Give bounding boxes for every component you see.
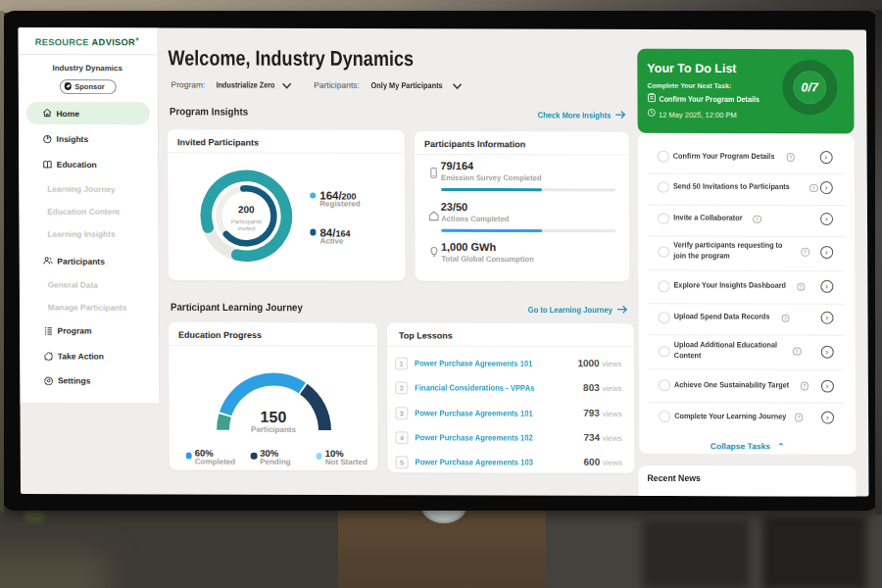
- svg-text:Invited: Invited: [237, 225, 255, 231]
- svg-text:Participants: Participants: [230, 219, 261, 224]
- svg-text:200: 200: [237, 204, 254, 215]
